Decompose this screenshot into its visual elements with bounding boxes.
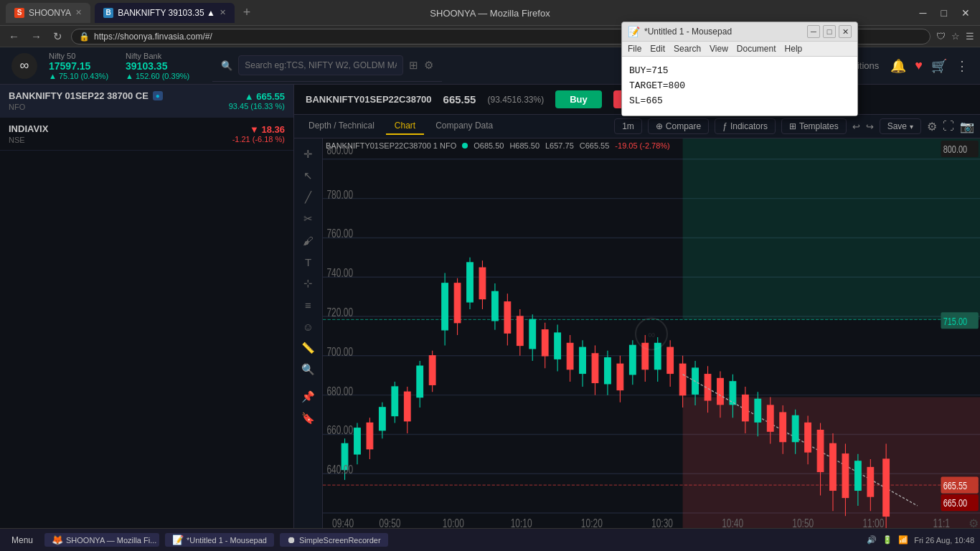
taskbar-right: 🔊 🔋 📶 Fri 26 Aug, 10:48 <box>867 535 974 545</box>
watchlist-item-indiavix[interactable]: INDIAVIX NSE ▼ 18.36 -1.21 (-6.18 %) <box>0 118 293 151</box>
svg-rect-102 <box>883 459 890 516</box>
search-input[interactable] <box>238 55 403 75</box>
notepad-file[interactable]: File <box>628 44 641 54</box>
text-tool[interactable]: T <box>297 252 320 272</box>
notepad-close-button[interactable]: ✕ <box>839 25 852 38</box>
taskbar-shoonya-favicon: 🦊 <box>52 534 63 545</box>
extension-icons: 🛡 ☆ ☰ <box>936 31 974 42</box>
notepad-window-controls: ─ □ ✕ <box>807 25 852 38</box>
notepad-view[interactable]: View <box>710 44 728 54</box>
notepad-title: *Untitled 1 - Mousepad <box>644 27 803 37</box>
win-maximize-button[interactable]: □ <box>937 6 951 20</box>
svg-text:680.00: 680.00 <box>326 385 353 397</box>
indicators-button[interactable]: ƒ Indicators <box>715 118 776 134</box>
notepad-help[interactable]: Help <box>785 44 803 54</box>
wl-banknifty-right: ▲ 665.55 93.45 (16.33 %) <box>229 91 285 110</box>
svg-rect-23 <box>392 387 398 415</box>
taskbar-item-recorder[interactable]: ⏺ SimpleScreenRecorder <box>280 533 388 547</box>
settings-icon[interactable]: ⚙ <box>424 59 433 72</box>
ohlc-open: O685.50 <box>473 141 504 150</box>
tab-depth-technical[interactable]: Depth / Technical <box>300 118 383 135</box>
crosshair-tool[interactable]: ✛ <box>297 144 320 164</box>
tab-banknifty[interactable]: B BANKNIFTY 39103.35 ▲ ✕ <box>95 3 235 23</box>
ruler-tool[interactable]: 📏 <box>297 338 320 358</box>
svg-text:660.00: 660.00 <box>326 424 353 437</box>
fullscreen-icon[interactable]: ⛶ <box>943 120 954 133</box>
tab-banknifty-close[interactable]: ✕ <box>220 8 226 17</box>
win-close-button[interactable]: ✕ <box>957 6 974 20</box>
interval-button[interactable]: 1m <box>614 118 642 134</box>
chart-container: ✛ ↖ ╱ ✂ 🖌 T ⊹ ≡ ☺ 📏 🔍 📌 🔖 <box>294 138 980 532</box>
niftybank-name: Nifty Bank <box>126 52 189 60</box>
win-minimize-button[interactable]: ─ <box>915 6 931 20</box>
notification-icon[interactable]: 🔔 <box>890 58 906 74</box>
node-tool[interactable]: ⊹ <box>297 273 320 293</box>
window-controls: ─ □ ✕ <box>915 6 974 20</box>
status-dot <box>462 143 468 149</box>
heart-icon[interactable]: ♥ <box>915 58 923 73</box>
settings-chart-icon[interactable]: ⚙ <box>927 120 937 133</box>
menu-icon[interactable]: ☰ <box>966 31 974 42</box>
bookmark-tool[interactable]: 🔖 <box>297 408 320 428</box>
notepad-document[interactable]: Document <box>737 44 776 54</box>
wl-banknifty-price: ▲ 665.55 <box>229 91 285 102</box>
back-button[interactable]: ← <box>6 30 22 42</box>
taskbar-network-icon: 📶 <box>898 535 908 545</box>
scissors-tool[interactable]: ✂ <box>297 209 320 229</box>
wl-indiavix-change: -1.21 (-6.18 %) <box>232 135 285 143</box>
redo-button[interactable]: ↪ <box>866 121 874 132</box>
svg-rect-84 <box>767 405 773 431</box>
nifty50-name: Nifty 50 <box>49 52 108 60</box>
notepad-edit[interactable]: Edit <box>650 44 665 54</box>
taskbar: Menu 🦊 SHOONYA — Mozilla Fi... 📝 *Untitl… <box>0 528 980 551</box>
main-content: BANKNIFTY 01SEP22 38700 CE ● NFO ▲ 665.5… <box>0 85 980 551</box>
tab-company-data[interactable]: Company Data <box>427 118 501 135</box>
chart-canvas-area[interactable]: BANKNIFTY01SEP22C38700 1 NFO O685.50 H68… <box>323 138 980 532</box>
shield-icon: 🛡 <box>936 31 946 42</box>
zoom-tool[interactable]: 🔍 <box>297 359 320 380</box>
cursor-tool[interactable]: ↖ <box>297 166 320 186</box>
notepad-content[interactable]: BUY=715 TARGET=800 SL=665 <box>622 57 857 116</box>
svg-rect-31 <box>442 283 448 330</box>
svg-rect-86 <box>780 413 786 441</box>
svg-text:665.00: 665.00 <box>943 497 967 509</box>
taskbar-datetime: Fri 26 Aug, 10:48 <box>914 536 974 545</box>
svg-rect-41 <box>504 302 511 333</box>
taskbar-item-shoonya[interactable]: 🦊 SHOONYA — Mozilla Fi... <box>44 533 159 547</box>
save-button[interactable]: Save ▾ <box>880 118 921 134</box>
svg-text:800.00: 800.00 <box>943 143 967 156</box>
new-tab-button[interactable]: + <box>239 5 255 20</box>
reload-button[interactable]: ↻ <box>50 30 65 43</box>
svg-text:760.00: 760.00 <box>326 227 353 240</box>
notepad-maximize-button[interactable]: □ <box>823 25 836 38</box>
brush-tool[interactable]: 🖌 <box>297 230 320 250</box>
browser-title: SHOONYA — Mozilla Firefox <box>430 0 550 26</box>
taskbar-item-notepad[interactable]: 📝 *Untitled 1 - Mousepad <box>165 533 274 547</box>
taskbar-start[interactable]: Menu <box>6 534 39 547</box>
svg-rect-57 <box>605 358 611 384</box>
compare-button[interactable]: ⊕ Compare <box>648 118 709 134</box>
svg-rect-29 <box>429 356 435 385</box>
cart-icon[interactable]: 🛒 <box>931 58 947 74</box>
line-tool[interactable]: ╱ <box>297 187 320 207</box>
notepad-minimize-button[interactable]: ─ <box>807 25 820 38</box>
fibonacci-tool[interactable]: ≡ <box>297 295 320 315</box>
notepad-search[interactable]: Search <box>674 44 701 54</box>
templates-button[interactable]: ⊞ Templates <box>781 118 847 134</box>
svg-rect-100 <box>867 468 874 496</box>
grid-view-icon[interactable]: ⊞ <box>409 59 418 72</box>
tab-shoonya-close[interactable]: ✕ <box>75 8 82 17</box>
watchlist-item-banknifty[interactable]: BANKNIFTY 01SEP22 38700 CE ● NFO ▲ 665.5… <box>0 85 293 118</box>
more-options-icon[interactable]: ⋮ <box>956 58 969 74</box>
buy-button[interactable]: Buy <box>555 90 602 108</box>
svg-rect-75 <box>717 379 724 405</box>
undo-button[interactable]: ↩ <box>852 121 860 132</box>
emoji-tool[interactable]: ☺ <box>297 316 320 336</box>
taskbar-volume-icon[interactable]: 🔊 <box>867 535 877 545</box>
bookmark-icon[interactable]: ☆ <box>951 31 960 42</box>
tab-chart[interactable]: Chart <box>386 118 424 135</box>
forward-button[interactable]: → <box>28 30 44 42</box>
camera-icon[interactable]: 📷 <box>960 120 974 133</box>
tab-shoonya[interactable]: S SHOONYA ✕ <box>6 3 90 23</box>
pin-tool[interactable]: 📌 <box>297 387 320 407</box>
